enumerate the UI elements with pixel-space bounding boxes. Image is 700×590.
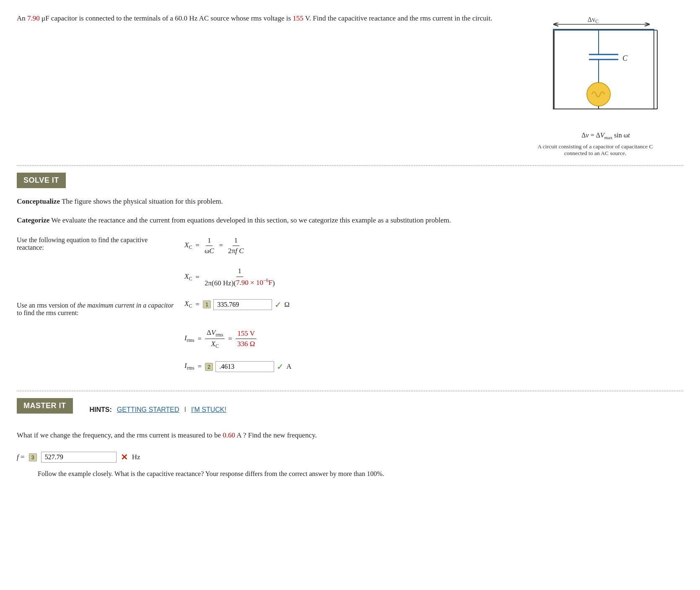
xc-unit: Ω [284,300,290,309]
hz-unit: Hz [132,453,140,461]
xc-checkmark: ✓ [275,300,282,310]
xc-equation-2: XC = 1 2π(60 Hz)(7.90 × 10−6F) [184,267,683,287]
master-feedback: Follow the example closely. What is the … [38,468,683,479]
f-label: f = [17,453,25,461]
xc-equation-1: XC = 1 ωC = 1 2πf C [184,236,683,256]
hints-label: HINTS: [90,406,112,414]
categorize-block: Categorize We evaluate the reactance and… [17,215,683,226]
hints-area: HINTS: GETTING STARTED I I'M STUCK! [90,406,226,414]
step-2-badge: 2 [205,363,213,371]
getting-started-link[interactable]: GETTING STARTED [117,406,179,414]
circuit-caption: A circuit consisting of a capacitor of c… [528,143,662,157]
irms-unit: A [286,362,291,371]
solve-body: Use the following equation to find the c… [17,236,683,384]
master-section: MASTER IT HINTS: GETTING STARTED I I'M S… [17,398,683,479]
master-input-row: f = 3 ✕ Hz [17,452,683,463]
irms-checkmark: ✓ [277,362,284,372]
master-question: What if we change the frequency, and the… [17,430,683,442]
circuit-svg: ΔvC C [528,13,683,134]
conceptualize-text: The figure shows the physical situation … [62,197,223,205]
step-1-badge: 1 [203,300,211,308]
conceptualize-block: Conceptualize The figure shows the physi… [17,196,683,207]
voltage-value: 155 [293,14,303,22]
svg-text:C: C [622,54,628,62]
current-value: 0.60 [223,431,235,439]
resistance-denominator: 336 Ω [236,339,257,348]
categorize-label: Categorize [17,216,49,224]
xc-eq-line-3: XC = 1 ✓ Ω [184,299,683,310]
svg-text:ΔvC: ΔvC [588,16,599,24]
xc-answer-box: 1 ✓ Ω [203,299,290,310]
xc-eq-line-2: XC = 1 2π(60 Hz)(7.90 × 10−6F) [184,267,683,287]
problem-statement: An 7.90 μF capacitor is connected to the… [17,13,511,24]
reactance-intro-text: Use the following equation to find the c… [17,236,176,251]
step-3-badge: 3 [29,453,37,461]
solve-it-label: SOLVE IT [17,173,66,188]
circuit-diagram: ΔvC C [528,13,683,157]
svg-point-9 [587,83,610,106]
divider-1 [17,165,683,166]
irms-equation-2: Irms = 2 ✓ A [184,361,683,372]
categorize-text: We evaluate the reactance and the curren… [51,216,451,224]
frequency-cross: ✕ [121,452,128,462]
solve-it-banner: SOLVE IT [17,173,683,196]
solve-right-panel: XC = 1 ωC = 1 2πf C XC = 1 2π(60 [184,236,683,384]
hint-divider: I [184,406,186,414]
irms-input[interactable] [215,361,274,372]
xc-eq-line-1: XC = 1 ωC = 1 2πf C [184,236,683,256]
xc-input[interactable] [213,299,272,310]
top-section: An 7.90 μF capacitor is connected to the… [17,13,683,157]
irms-equation-1: Irms = ΔVrms XC = 155 V 336 Ω [184,329,683,349]
im-stuck-link[interactable]: I'M STUCK! [191,406,226,414]
capacitance-value: 7.90 [27,14,40,22]
xc-equation-3: XC = 1 ✓ Ω [184,299,683,310]
voltage-numerator: 155 V [236,329,257,339]
rms-intro-text: Use an rms version of the maximum curren… [17,302,176,317]
master-it-label: MASTER IT [17,398,73,414]
solve-left-panel: Use the following equation to find the c… [17,236,176,384]
irms-eq-line-1: Irms = ΔVrms XC = 155 V 336 Ω [184,329,683,349]
irms-eq-line-2: Irms = 2 ✓ A [184,361,683,372]
divider-2 [17,391,683,391]
conceptualize-label: Conceptualize [17,197,60,205]
frequency-input[interactable] [41,452,117,463]
master-banner-row: MASTER IT HINTS: GETTING STARTED I I'M S… [17,398,683,421]
irms-answer-box: 2 ✓ A [205,361,292,372]
problem-text: An 7.90 μF capacitor is connected to the… [17,13,511,157]
